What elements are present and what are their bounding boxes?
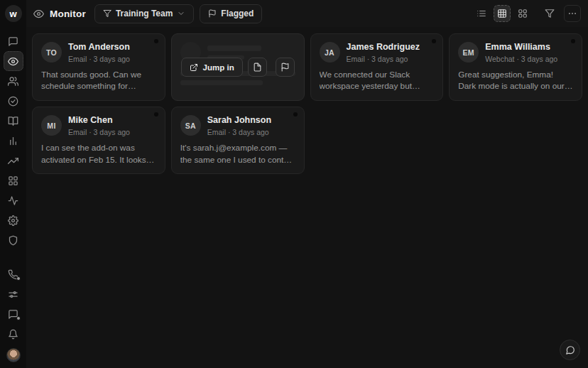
conversation-card-james-rodriguez[interactable]: JA James Rodriguez Email · 3 days ago We… — [310, 33, 444, 101]
message-preview: Great suggestion, Emma! Dark mode is act… — [458, 69, 573, 93]
avatar: JA — [320, 42, 340, 63]
logo-letter: w — [5, 5, 22, 22]
conversation-card-sarah-johnson[interactable]: SA Sarah Johnson Email · 3 days ago It's… — [171, 107, 305, 174]
sliders-icon — [8, 289, 18, 300]
card-hover-actions: Jump in — [172, 34, 304, 100]
sidebar-item-activity[interactable] — [4, 190, 23, 210]
funnel-icon — [103, 9, 111, 18]
activity-icon — [8, 195, 18, 206]
sidebar: w — [0, 0, 26, 368]
card-header: MI Mike Chen Email · 3 days ago — [41, 115, 156, 136]
contact-name: James Rodriguez — [347, 42, 420, 53]
status-dot — [293, 112, 298, 117]
sidebar-nav — [4, 31, 23, 250]
conversation-card-emma-williams[interactable]: EM Emma Williams Webchat · 3 days ago Gr… — [449, 33, 582, 101]
jump-in-button[interactable]: Jump in — [181, 58, 243, 77]
sidebar-item-monitor[interactable] — [4, 51, 23, 71]
more-options-button[interactable] — [564, 5, 581, 22]
user-avatar[interactable] — [6, 348, 21, 362]
contact-name: Tom Anderson — [68, 42, 130, 53]
avatar-initials: SA — [185, 121, 196, 130]
flag-icon — [208, 9, 217, 18]
sidebar-item-conversations[interactable] — [4, 31, 23, 51]
grid-icon — [8, 175, 18, 186]
card-header: JA James Rodriguez Email · 3 days ago — [320, 42, 435, 63]
book-open-icon — [8, 116, 18, 126]
avatar: MI — [41, 115, 62, 136]
sidebar-item-settings[interactable] — [4, 210, 23, 230]
conversation-card-tom-anderson[interactable]: TO Tom Anderson Email · 3 days ago That … — [32, 33, 165, 101]
message-preview: We connected our Slack workspace yesterd… — [320, 69, 435, 93]
flagged-filter-button[interactable]: Flagged — [200, 4, 262, 23]
conversation-card-hovered[interactable]: Jump in — [171, 33, 305, 101]
jump-in-label: Jump in — [203, 63, 234, 72]
message-square-icon — [8, 309, 18, 320]
grid-view-button[interactable] — [514, 5, 531, 22]
sidebar-item-messages[interactable] — [4, 304, 23, 324]
monitor-eye-icon — [33, 9, 44, 19]
filter-button[interactable] — [541, 5, 558, 22]
bar-chart-icon — [8, 136, 18, 146]
list-icon — [477, 9, 486, 18]
sidebar-item-reports[interactable] — [4, 131, 23, 151]
copy-transcript-button[interactable] — [248, 58, 267, 77]
list-view-button[interactable] — [473, 5, 490, 22]
channel-time-meta: Email · 3 days ago — [68, 128, 130, 136]
shield-icon — [8, 235, 18, 246]
bell-icon — [8, 329, 18, 340]
gear-icon — [8, 215, 18, 226]
status-dot — [154, 112, 158, 117]
channel-time-meta: Email · 3 days ago — [347, 55, 420, 63]
funnel-icon — [545, 9, 555, 18]
sidebar-item-knowledge[interactable] — [4, 111, 23, 131]
users-icon — [8, 76, 18, 87]
contact-name: Sarah Johnson — [207, 115, 271, 126]
topbar: Monitor Training Team Flagged — [26, 0, 588, 27]
conversation-card-mike-chen[interactable]: MI Mike Chen Email · 3 days ago I can se… — [32, 107, 165, 174]
sidebar-item-trends[interactable] — [4, 151, 23, 171]
flagged-filter-label: Flagged — [221, 9, 254, 18]
sidebar-item-preferences[interactable] — [4, 284, 23, 304]
contact-name: Emma Williams — [485, 42, 557, 53]
contact-name: Mike Chen — [68, 115, 130, 126]
channel-time-meta: Email · 3 days ago — [68, 55, 130, 63]
page-title: Monitor — [50, 9, 86, 19]
message-preview: I can see the add-on was activated on Fe… — [41, 142, 156, 166]
avatar: TO — [41, 42, 62, 63]
table-view-button[interactable] — [494, 5, 511, 22]
table-icon — [497, 9, 507, 18]
view-toggle-group — [473, 5, 531, 22]
sidebar-bottom — [4, 264, 23, 368]
sidebar-item-contacts[interactable] — [4, 71, 23, 91]
message-square-icon — [8, 36, 18, 47]
sidebar-item-notifications[interactable] — [4, 324, 23, 344]
status-dot — [154, 39, 158, 43]
team-filter-button[interactable]: Training Team — [94, 4, 194, 23]
avatar-initials: MI — [47, 121, 55, 130]
flag-icon — [281, 63, 290, 72]
messenger-launcher-button[interactable] — [560, 340, 580, 360]
sidebar-item-security[interactable] — [4, 230, 23, 250]
status-dot — [432, 39, 436, 43]
chevron-down-icon — [177, 9, 185, 18]
main-column: Monitor Training Team Flagged — [26, 0, 588, 368]
status-dot — [571, 39, 575, 43]
sidebar-item-apps[interactable] — [4, 171, 23, 190]
sidebar-item-tasks[interactable] — [4, 91, 23, 111]
card-header: EM Emma Williams Webchat · 3 days ago — [458, 42, 573, 63]
avatar-initials: JA — [325, 48, 334, 57]
sidebar-item-calls[interactable] — [4, 264, 23, 284]
file-icon — [253, 63, 262, 72]
flag-conversation-button[interactable] — [276, 58, 295, 77]
team-filter-label: Training Team — [116, 9, 173, 18]
message-preview: It's sarah.j@example.com — the same one … — [180, 142, 295, 166]
phone-icon — [8, 269, 18, 280]
conversation-grid: TO Tom Anderson Email · 3 days ago That … — [32, 33, 582, 174]
app-logo[interactable]: w — [0, 0, 26, 27]
card-header: TO Tom Anderson Email · 3 days ago — [41, 42, 156, 63]
trending-up-icon — [8, 156, 18, 166]
monitor-content: TO Tom Anderson Email · 3 days ago That … — [26, 27, 588, 368]
external-link-icon — [190, 63, 198, 72]
channel-time-meta: Email · 3 days ago — [207, 128, 271, 136]
layout-grid-icon — [518, 9, 528, 18]
